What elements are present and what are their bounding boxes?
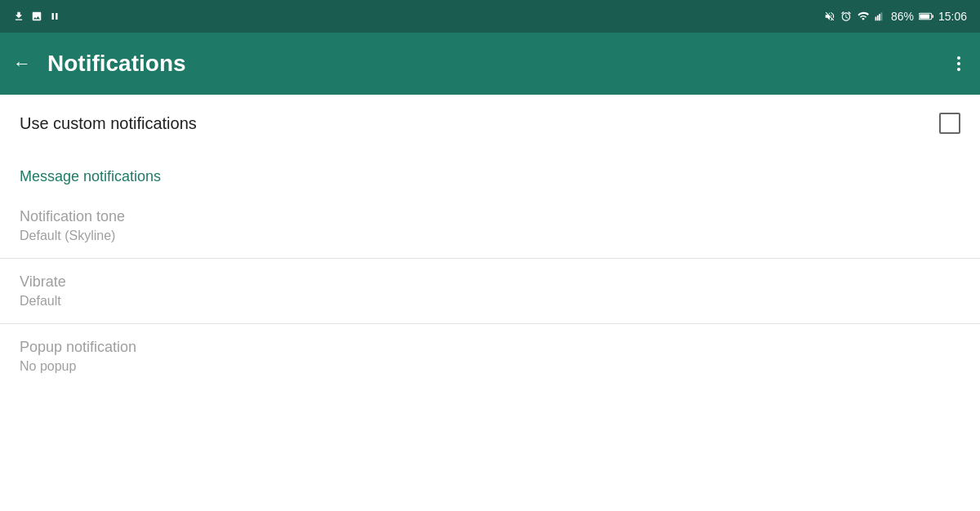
svg-rect-5 [932,15,933,18]
notification-tone-title: Notification tone [20,208,960,225]
custom-notifications-checkbox[interactable] [939,113,960,134]
battery-icon [919,11,933,21]
download-icon [13,11,24,22]
vibrate-title: Vibrate [20,273,960,291]
mute-icon [824,11,835,22]
more-dot-2 [957,62,960,65]
app-bar-title: Notifications [47,51,186,77]
custom-notifications-label: Use custom notifications [20,114,197,133]
svg-rect-2 [879,14,880,20]
status-bar-right-icons: 86% 15:06 [824,10,967,23]
message-notifications-section-header: Message notifications [0,152,980,193]
svg-rect-6 [920,14,929,18]
status-bar-left-icons [13,11,60,22]
content-area: Use custom notifications Message notific… [0,95,980,389]
status-time: 15:06 [938,10,967,23]
more-dot-3 [957,68,960,71]
signal-icon [875,11,886,22]
image-icon [31,11,42,22]
popup-notification-subtitle: No popup [20,359,960,374]
svg-rect-0 [875,17,877,21]
app-bar: ← Notifications [0,33,980,95]
popup-notification-item[interactable]: Popup notification No popup [0,324,980,389]
back-button[interactable]: ← [13,53,31,74]
vibrate-subtitle: Default [20,294,960,309]
custom-notifications-row[interactable]: Use custom notifications [0,95,980,152]
message-notifications-label: Message notifications [20,168,161,184]
battery-percentage: 86% [891,10,914,23]
notification-tone-subtitle: Default (Skyline) [20,229,960,243]
app-bar-left: ← Notifications [13,51,186,77]
pause-icon [49,11,60,22]
svg-rect-3 [881,12,883,20]
popup-notification-title: Popup notification [20,339,960,356]
alarm-icon [840,11,852,22]
more-options-button[interactable] [951,50,967,78]
svg-rect-1 [877,16,879,20]
status-bar: 86% 15:06 [0,0,980,33]
wifi-icon [857,11,870,22]
vibrate-item[interactable]: Vibrate Default [0,259,980,324]
more-dot-1 [957,56,960,60]
notification-tone-item[interactable]: Notification tone Default (Skyline) [0,193,980,259]
